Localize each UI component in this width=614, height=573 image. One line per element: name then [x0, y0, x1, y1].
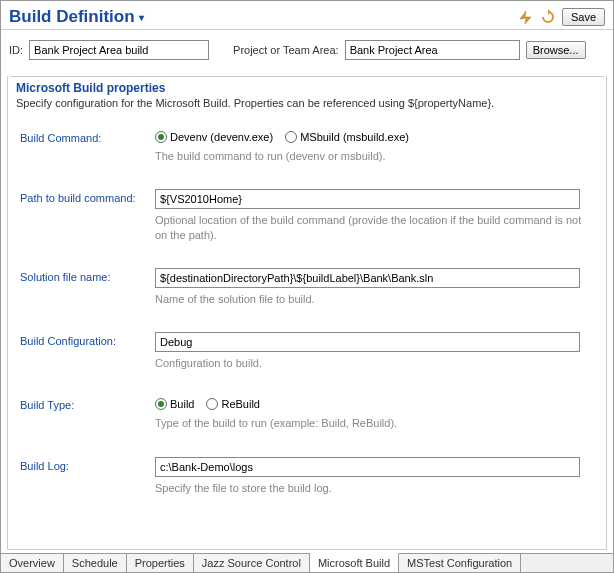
help-text: Type of the build to run (example: Build… — [155, 416, 594, 430]
help-text: Specify the file to store the build log. — [155, 481, 594, 495]
browse-button[interactable]: Browse... — [526, 41, 586, 59]
id-label: ID: — [9, 44, 23, 56]
build-type-label: Build Type: — [20, 396, 155, 411]
build-log-label: Build Log: — [20, 457, 155, 472]
tab-properties[interactable]: Properties — [127, 554, 194, 572]
build-command-label: Build Command: — [20, 129, 155, 144]
path-to-build-label: Path to build command: — [20, 189, 155, 204]
tab-bar: Overview Schedule Properties Jazz Source… — [1, 553, 613, 572]
refresh-icon[interactable] — [540, 9, 556, 25]
radio-label: Build — [170, 398, 194, 410]
tab-overview[interactable]: Overview — [1, 554, 64, 572]
help-text: Optional location of the build command (… — [155, 213, 594, 242]
section-description: Specify configuration for the Microsoft … — [8, 95, 606, 119]
help-text: The build command to run (devenv or msbu… — [155, 149, 594, 163]
solution-file-input[interactable] — [155, 268, 580, 288]
build-configuration-label: Build Configuration: — [20, 332, 155, 347]
build-log-input[interactable] — [155, 457, 580, 477]
page-title[interactable]: Build Definition ▾ — [9, 7, 518, 27]
tab-microsoft-build[interactable]: Microsoft Build — [310, 553, 399, 572]
radio-icon — [206, 398, 218, 410]
help-text: Configuration to build. — [155, 356, 594, 370]
build-command-msbuild-radio[interactable]: MSbuild (msbuild.exe) — [285, 131, 409, 143]
chevron-down-icon: ▾ — [139, 12, 144, 23]
path-to-build-input[interactable] — [155, 189, 580, 209]
save-button[interactable]: Save — [562, 8, 605, 26]
tab-schedule[interactable]: Schedule — [64, 554, 127, 572]
build-command-devenv-radio[interactable]: Devenv (devenv.exe) — [155, 131, 273, 143]
project-area-label: Project or Team Area: — [233, 44, 339, 56]
radio-label: MSbuild (msbuild.exe) — [300, 131, 409, 143]
radio-selected-icon — [155, 398, 167, 410]
tab-jazz-source-control[interactable]: Jazz Source Control — [194, 554, 310, 572]
id-input[interactable] — [29, 40, 209, 60]
build-type-build-radio[interactable]: Build — [155, 398, 194, 410]
build-type-rebuild-radio[interactable]: ReBuild — [206, 398, 260, 410]
help-text: Name of the solution file to build. — [155, 292, 594, 306]
solution-file-label: Solution file name: — [20, 268, 155, 283]
page-title-text: Build Definition — [9, 7, 135, 27]
project-area-input[interactable] — [345, 40, 520, 60]
tab-mstest-configuration[interactable]: MSTest Configuration — [399, 554, 521, 572]
radio-label: Devenv (devenv.exe) — [170, 131, 273, 143]
radio-label: ReBuild — [221, 398, 260, 410]
build-configuration-input[interactable] — [155, 332, 580, 352]
radio-selected-icon — [155, 131, 167, 143]
request-build-icon[interactable] — [518, 9, 534, 25]
radio-icon — [285, 131, 297, 143]
section-title: Microsoft Build properties — [10, 77, 606, 95]
